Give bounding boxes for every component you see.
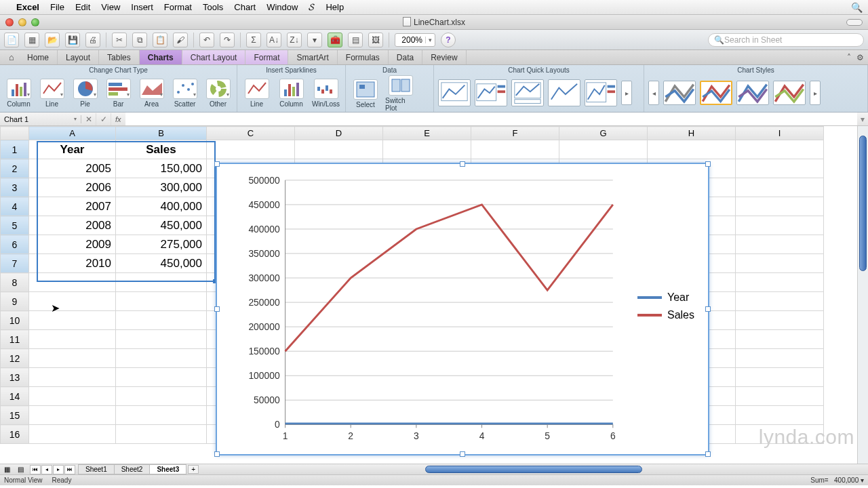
expand-formula-bar-button[interactable]: ▾ (857, 115, 868, 124)
tab-chart-layout[interactable]: Chart Layout (182, 50, 246, 64)
home-icon[interactable]: ⌂ (4, 50, 19, 64)
chart-type-select[interactable]: Select (350, 79, 381, 108)
help-button[interactable]: ? (441, 33, 456, 47)
cell-I14[interactable] (736, 387, 824, 406)
cell-I9[interactable] (736, 292, 824, 311)
chart-type-pie[interactable]: ▾Pie (71, 79, 100, 108)
format-painter-button[interactable]: 🖌 (173, 33, 188, 47)
cell-B3[interactable]: 300,000 (116, 178, 207, 197)
chart-type-switch-plot[interactable]: Switch Plot (385, 75, 416, 112)
row-header-12[interactable]: 12 (1, 349, 29, 368)
tab-tables[interactable]: Tables (99, 50, 140, 64)
chart-plot[interactable]: 0500001000001500002000002500003000003500… (224, 171, 701, 447)
cancel-formula-button[interactable]: ✕ (81, 113, 96, 125)
cell-C1[interactable] (207, 140, 295, 159)
menu-app[interactable]: Excel (16, 2, 39, 12)
scripts-icon[interactable]: 𝓢 (309, 1, 315, 13)
row-header-2[interactable]: 2 (1, 159, 29, 178)
cell-B6[interactable]: 275,000 (116, 235, 207, 254)
column-header-H[interactable]: H (648, 127, 736, 140)
row-header-1[interactable]: 1 (1, 140, 29, 159)
chevron-down-icon[interactable]: ▾ (74, 116, 77, 122)
scroll-thumb[interactable] (859, 136, 867, 271)
quick-layouts-more-button[interactable]: ▸ (621, 81, 632, 105)
resize-handle[interactable] (705, 161, 711, 167)
cell-F1[interactable] (471, 140, 559, 159)
chevron-down-icon[interactable]: ▾ (425, 37, 435, 43)
tab-charts[interactable]: Charts (140, 50, 182, 64)
chart-style-1[interactable] (663, 81, 696, 105)
chart-type-area[interactable]: ▾Area (137, 79, 166, 108)
cell-I5[interactable] (736, 216, 824, 235)
cell-B9[interactable] (116, 292, 207, 311)
cell-I12[interactable] (736, 349, 824, 368)
row-header-8[interactable]: 8 (1, 273, 29, 292)
show-hide-button[interactable]: ▤ (348, 33, 363, 47)
cell-B5[interactable]: 450,000 (116, 216, 207, 235)
page-layout-view-icon[interactable]: ▤ (14, 466, 27, 473)
row-header-16[interactable]: 16 (1, 425, 29, 444)
row-header-6[interactable]: 6 (1, 235, 29, 254)
menu-format[interactable]: Format (164, 2, 192, 12)
quick-layout-4[interactable] (548, 79, 580, 106)
cell-B8[interactable] (116, 273, 207, 292)
sheet-tab-sheet1[interactable]: Sheet1 (78, 464, 115, 474)
chart-type-column[interactable]: Column (276, 79, 307, 108)
column-header-C[interactable]: C (207, 127, 295, 140)
media-button[interactable]: 🖼 (368, 33, 383, 47)
spotlight-icon[interactable]: 🔍 (851, 2, 863, 13)
row-header-14[interactable]: 14 (1, 387, 29, 406)
cell-B1[interactable]: Sales (116, 140, 207, 159)
open-button[interactable]: 📂 (45, 33, 60, 47)
filter-button[interactable]: ▾ (307, 33, 322, 47)
chart-type-win-loss[interactable]: Win/Loss (311, 79, 341, 108)
cell-I1[interactable] (736, 140, 824, 159)
row-header-13[interactable]: 13 (1, 368, 29, 387)
column-header-A[interactable]: A (29, 127, 116, 140)
print-button[interactable]: 🖨 (85, 33, 100, 47)
column-header-F[interactable]: F (471, 127, 559, 140)
chart-type-column[interactable]: ▾Column (4, 79, 33, 108)
cell-A10[interactable] (29, 311, 116, 330)
cell-I7[interactable] (736, 254, 824, 273)
cell-A2[interactable]: 2005 (29, 159, 116, 178)
menu-help[interactable]: Help (326, 2, 344, 12)
autosum-button[interactable]: Σ (246, 33, 261, 47)
cell-A3[interactable]: 2006 (29, 178, 116, 197)
cell-A16[interactable] (29, 425, 116, 444)
chart-style-2[interactable] (700, 81, 732, 105)
cell-B12[interactable] (116, 349, 207, 368)
new-doc-button[interactable]: 📄 (4, 33, 19, 47)
cell-A7[interactable]: 2010 (29, 254, 116, 273)
toolbar-toggle-button[interactable] (846, 19, 863, 26)
row-header-3[interactable]: 3 (1, 178, 29, 197)
legend-item-year[interactable]: Year (637, 291, 694, 304)
cell-A14[interactable] (29, 387, 116, 406)
cell-A1[interactable]: Year (29, 140, 116, 159)
cell-B2[interactable]: 150,000 (116, 159, 207, 178)
cell-I11[interactable] (736, 330, 824, 349)
zoom-input[interactable] (395, 35, 425, 45)
last-sheet-button[interactable]: ⏭ (64, 465, 75, 474)
cell-I4[interactable] (736, 197, 824, 216)
gear-icon[interactable]: ⚙ (856, 53, 864, 62)
tab-home[interactable]: Home (19, 50, 58, 64)
sort-asc-button[interactable]: A↓ (267, 33, 281, 47)
resize-handle[interactable] (705, 306, 711, 312)
tab-layout[interactable]: Layout (58, 50, 99, 64)
cell-A15[interactable] (29, 406, 116, 425)
row-header-15[interactable]: 15 (1, 406, 29, 425)
cell-I3[interactable] (736, 178, 824, 197)
menu-view[interactable]: View (101, 2, 120, 12)
chart-style-3[interactable] (736, 81, 769, 105)
embedded-chart[interactable]: 0500001000001500002000002500003000003500… (216, 163, 709, 455)
toolbox-button[interactable]: 🧰 (328, 33, 342, 47)
open-template-button[interactable]: ▦ (24, 33, 39, 47)
chart-type-other[interactable]: ▾Other (203, 79, 233, 108)
cell-H1[interactable] (648, 140, 736, 159)
quick-layout-3[interactable] (511, 79, 544, 106)
menu-file[interactable]: File (50, 2, 64, 12)
zoom-control[interactable]: ▾ (395, 33, 435, 47)
cell-A6[interactable]: 2009 (29, 235, 116, 254)
resize-handle[interactable] (460, 161, 465, 167)
